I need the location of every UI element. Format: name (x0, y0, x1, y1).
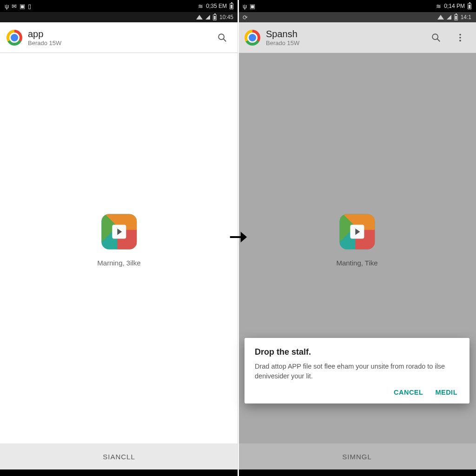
bottom-bar-label: SIMNGL (342, 453, 372, 461)
content-area: Manting, Tike Drop the stalf. Drad attop… (238, 53, 476, 443)
bottom-bar-button[interactable]: SIANCLL (0, 443, 238, 469)
svg-line-1 (224, 39, 226, 41)
app-label: Marning, 3ilke (97, 259, 140, 267)
play-icon (112, 225, 126, 239)
chat-icon: ✉ (12, 3, 17, 9)
chrome-icon[interactable] (245, 30, 260, 46)
box-icon: ▣ (250, 3, 255, 9)
svg-line-3 (437, 39, 440, 41)
svg-point-6 (459, 40, 461, 41)
sync-icon: ⟳ (243, 14, 248, 20)
battery-icon (468, 3, 471, 9)
battery-icon-2 (213, 14, 217, 20)
status-bar-top: ψ ▣ ≋ 0;14 PM (238, 0, 476, 12)
overflow-button[interactable] (451, 28, 469, 47)
signal-icon (447, 15, 451, 20)
dialog: Drop the stalf. Drad attop APP file sot … (245, 338, 469, 403)
battery-icon-2 (454, 14, 458, 20)
app-bar-subtitle: Berado 15W (266, 40, 421, 46)
card-icon: ▯ (28, 3, 31, 9)
app-bar-subtitle: Berado 15W (28, 40, 207, 46)
dialog-cancel-button[interactable]: CANCEL (394, 389, 423, 396)
wifi-strength-icon (196, 15, 203, 20)
search-icon (217, 33, 227, 43)
more-vert-icon (455, 33, 465, 43)
phone-left: ψ ✉ ▣ ▯ ≋ 0;35 EM 10:45 app Berado 15W (0, 0, 238, 476)
nav-bar (0, 469, 238, 476)
psi-icon: ψ (243, 3, 247, 9)
bottom-bar-button[interactable]: SIMNGL (238, 443, 476, 469)
box-icon: ▣ (20, 3, 25, 9)
content-area: Marning, 3ilke (0, 53, 238, 443)
status-time: 0;35 EM (206, 3, 227, 9)
dialog-confirm-button[interactable]: MEDIL (435, 389, 457, 396)
battery-icon (230, 3, 233, 9)
psi-icon: ψ (5, 3, 9, 9)
arrow-right-icon (227, 226, 249, 248)
status-clock: 14:1 (461, 14, 471, 20)
app-tile[interactable]: Marning, 3ilke (97, 214, 140, 267)
search-icon (431, 33, 441, 43)
status-bar-top: ψ ✉ ▣ ▯ ≋ 0;35 EM (0, 0, 238, 12)
status-bar-secondary: ⟳ 14:1 (238, 12, 476, 22)
svg-point-5 (459, 37, 461, 39)
phone-right: ψ ▣ ≋ 0;14 PM ⟳ 14:1 Spansh Berado 15W (238, 0, 476, 476)
dialog-title: Drop the stalf. (255, 347, 459, 357)
wifi-icon: ≋ (198, 3, 203, 9)
chrome-icon[interactable] (7, 30, 22, 46)
app-bar: app Berado 15W (0, 22, 238, 53)
status-time: 0;14 PM (444, 3, 465, 9)
nav-bar (238, 469, 476, 476)
app-icon (101, 214, 137, 250)
search-button[interactable] (427, 28, 445, 47)
app-bar: Spansh Berado 15W (238, 22, 476, 53)
bottom-bar-label: SIANCLL (103, 453, 135, 461)
wifi-icon: ≋ (436, 3, 441, 9)
app-bar-title: Spansh (266, 29, 421, 40)
wifi-strength-icon (437, 15, 444, 20)
transition-arrow (227, 226, 249, 250)
svg-point-0 (218, 34, 224, 40)
dialog-body: Drad attop APP file sot flee eham your u… (255, 362, 459, 381)
signal-icon (205, 15, 210, 20)
svg-point-4 (459, 33, 461, 35)
svg-point-2 (432, 34, 438, 40)
app-bar-title: app (28, 29, 207, 40)
search-button[interactable] (213, 28, 231, 47)
status-bar-secondary: 10:45 (0, 12, 238, 22)
status-clock: 10:45 (219, 14, 233, 20)
